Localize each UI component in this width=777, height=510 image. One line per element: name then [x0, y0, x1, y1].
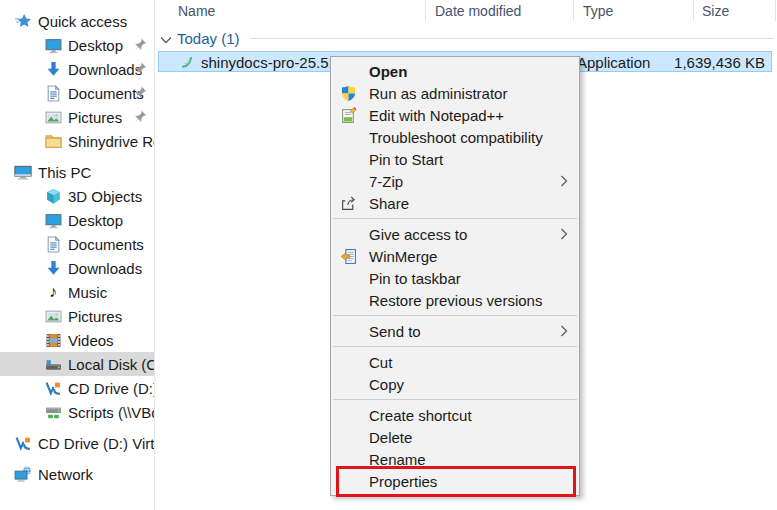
picture-icon	[44, 108, 62, 126]
monitor-icon	[44, 211, 62, 229]
sidebar-item-local-disk-c[interactable]: Local Disk (C:)	[0, 352, 154, 376]
sidebar-item-desktop-qa[interactable]: Desktop	[0, 33, 154, 57]
notepad-plus-plus-icon	[340, 107, 358, 124]
document-icon	[44, 84, 62, 102]
menu-item-label: Send to	[369, 323, 421, 340]
column-separator[interactable]	[775, 0, 776, 21]
menu-item-share[interactable]: Share	[331, 192, 579, 214]
group-header-today[interactable]: Today (1)	[158, 29, 774, 48]
menu-separator	[333, 315, 577, 316]
sidebar-item-shinydrive-resource[interactable]: Shinydrive Resource	[0, 129, 154, 153]
column-separator[interactable]	[693, 0, 694, 21]
sidebar-item-label: Scripts (\\VBoxSvr)	[68, 404, 154, 421]
menu-item-troubleshoot-compatibility[interactable]: Troubleshoot compatibility	[331, 126, 579, 148]
column-header-date-modified[interactable]: Date modified	[435, 3, 521, 19]
sidebar-item-network[interactable]: Network	[0, 462, 154, 486]
sidebar-item-label: Documents	[68, 236, 144, 253]
sidebar-item-cd-drive-d-root[interactable]: CD Drive (D:) VirtualB	[0, 431, 154, 455]
sidebar-item-quick-access[interactable]: Quick access	[0, 9, 154, 33]
column-header-size[interactable]: Size	[702, 3, 729, 19]
menu-item-label: Run as administrator	[369, 85, 507, 102]
music-note-icon: ♪	[44, 283, 62, 301]
menu-item-label: Delete	[369, 429, 412, 446]
sidebar-item-label: Downloads	[68, 61, 142, 78]
sidebar-item-pictures-qa[interactable]: Pictures	[0, 105, 154, 129]
sidebar-item-label: 3D Objects	[68, 188, 142, 205]
winmerge-icon	[340, 248, 358, 265]
network-icon	[14, 465, 32, 483]
sidebar-item-label: Local Disk (C:)	[68, 356, 154, 373]
menu-separator	[333, 218, 577, 219]
menu-item-rename[interactable]: Rename	[331, 448, 579, 470]
menu-item-label: Pin to taskbar	[369, 270, 461, 287]
document-icon	[44, 235, 62, 253]
pin-icon[interactable]	[134, 86, 147, 99]
picture-icon	[44, 307, 62, 325]
menu-item-label: Rename	[369, 451, 426, 468]
sidebar-item-downloads-pc[interactable]: Downloads	[0, 256, 154, 280]
navigation-pane: Quick access Desktop Downloads Documents	[0, 0, 155, 510]
menu-item-copy[interactable]: Copy	[331, 373, 579, 395]
menu-item-label: Pin to Start	[369, 151, 443, 168]
sidebar-item-documents-pc[interactable]: Documents	[0, 232, 154, 256]
shinydocs-logo-icon	[180, 55, 194, 69]
menu-item-edit-with-notepad[interactable]: Edit with Notepad++	[331, 104, 579, 126]
menu-item-label: Edit with Notepad++	[369, 107, 504, 124]
menu-item-run-as-administrator[interactable]: Run as administrator	[331, 82, 579, 104]
menu-item-restore-previous-versions[interactable]: Restore previous versions	[331, 289, 579, 311]
menu-item-7zip[interactable]: 7-Zip	[331, 170, 579, 192]
sidebar-item-label: Music	[68, 284, 107, 301]
sidebar-item-label: Shinydrive Resource	[68, 133, 154, 150]
sidebar-item-3d-objects[interactable]: 3D Objects	[0, 184, 154, 208]
menu-item-delete[interactable]: Delete	[331, 426, 579, 448]
sidebar-item-desktop-pc[interactable]: Desktop	[0, 208, 154, 232]
pin-icon[interactable]	[134, 62, 147, 75]
menu-item-give-access-to[interactable]: Give access to	[331, 223, 579, 245]
column-header-type[interactable]: Type	[583, 3, 613, 19]
sidebar-item-label: Network	[38, 466, 93, 483]
sidebar-item-documents-qa[interactable]: Documents	[0, 81, 154, 105]
share-icon	[340, 195, 358, 212]
column-separator[interactable]	[425, 0, 426, 21]
sidebar-item-cd-drive-d[interactable]: CD Drive (D:) Virtua	[0, 376, 154, 400]
menu-item-label: Troubleshoot compatibility	[369, 129, 543, 146]
column-header-name[interactable]: Name	[178, 3, 215, 19]
menu-item-cut[interactable]: Cut	[331, 351, 579, 373]
column-separator[interactable]	[573, 0, 574, 21]
menu-item-properties[interactable]: Properties	[331, 470, 579, 492]
sidebar-item-label: Quick access	[38, 13, 127, 30]
sidebar-item-scripts-vboxsvr[interactable]: Scripts (\\VBoxSvr)	[0, 400, 154, 424]
submenu-chevron-right-icon	[560, 325, 568, 337]
menu-item-label: Create shortcut	[369, 407, 472, 424]
menu-item-label: Open	[369, 63, 407, 80]
pin-icon[interactable]	[134, 110, 147, 123]
menu-item-send-to[interactable]: Send to	[331, 320, 579, 342]
pin-icon[interactable]	[134, 38, 147, 51]
sidebar-item-videos[interactable]: Videos	[0, 328, 154, 352]
menu-item-winmerge[interactable]: WinMerge	[331, 245, 579, 267]
sidebar-item-label: CD Drive (D:) VirtualB	[38, 435, 154, 452]
sidebar-item-label: Pictures	[68, 109, 122, 126]
uac-shield-icon	[340, 85, 358, 102]
menu-item-label: Restore previous versions	[369, 292, 542, 309]
menu-item-pin-to-start[interactable]: Pin to Start	[331, 148, 579, 170]
menu-item-create-shortcut[interactable]: Create shortcut	[331, 404, 579, 426]
menu-item-pin-to-taskbar[interactable]: Pin to taskbar	[331, 267, 579, 289]
download-arrow-icon	[44, 60, 62, 78]
sidebar-item-pictures-pc[interactable]: Pictures	[0, 304, 154, 328]
sidebar-item-label: This PC	[38, 164, 91, 181]
sidebar-item-downloads-qa[interactable]: Downloads	[0, 57, 154, 81]
menu-separator	[333, 346, 577, 347]
sidebar-item-music[interactable]: ♪ Music	[0, 280, 154, 304]
chevron-down-icon[interactable]	[160, 34, 172, 46]
column-header-bar: Name Date modified Type Size	[156, 0, 777, 22]
menu-item-label: Give access to	[369, 226, 467, 243]
menu-item-open[interactable]: Open	[331, 60, 579, 82]
menu-item-label: WinMerge	[369, 248, 437, 265]
file-size: 1,639,436 KB	[674, 54, 765, 71]
submenu-chevron-right-icon	[560, 175, 568, 187]
virtualbox-disc-icon	[44, 379, 62, 397]
sidebar-item-this-pc[interactable]: This PC	[0, 160, 154, 184]
submenu-chevron-right-icon	[560, 228, 568, 240]
download-arrow-icon	[44, 259, 62, 277]
